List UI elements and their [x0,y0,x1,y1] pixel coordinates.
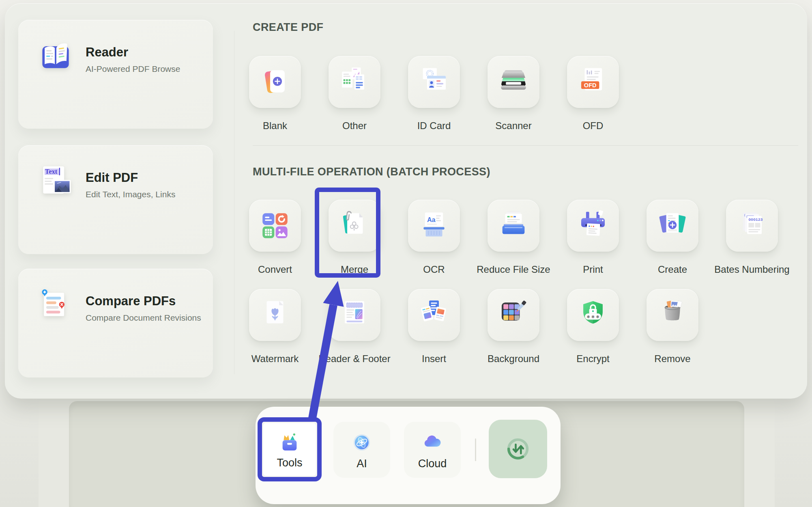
card-title: Edit PDF [86,170,138,185]
svg-text:Text: Text [45,168,58,175]
tile-id-card[interactable]: ID Card [394,56,474,132]
reader-book-icon [37,38,74,75]
dock-item-tools[interactable]: Tools [263,423,316,476]
tile-background[interactable]: Background [474,289,553,365]
tile-label: Header & Footer [318,353,390,365]
tile-label: Background [488,353,539,365]
scanner-icon [497,65,530,99]
reduce-file-size-icon [497,209,530,242]
card-title: Compare PDFs [86,294,176,309]
tile-label: Blank [263,120,287,132]
create-pdf-heading: CREATE PDF [253,21,324,34]
tile-label: ID Card [417,120,451,132]
card-subtitle: Edit Text, Images, Links [86,190,175,199]
encrypt-icon: ✱ ✱ ✱ [576,298,610,332]
ocr-icon: Aa [417,209,451,242]
sidebar-card-edit-pdf[interactable]: Text Edit PDF Edit Text, Images, Links [18,145,213,254]
tile-label: Create [658,264,687,275]
header-footer-icon [338,298,371,332]
tile-ocr[interactable]: Aa OCR [394,200,474,275]
background-icon [497,298,530,332]
create-icon [656,209,689,242]
svg-text:000123: 000123 [748,217,763,222]
tile-blank[interactable]: Blank [235,56,315,132]
tile-label: Print [583,264,603,275]
svg-text:Aa: Aa [427,216,436,223]
tile-label: Watermark [251,353,299,365]
tile-label: Reduce File Size [477,264,550,275]
dock-item-label: Tools [277,457,302,469]
card-subtitle: Compare Document Revisions [86,313,201,323]
sync-arrows-icon [500,431,536,467]
tile-label: Insert [422,353,446,365]
dock-item-ai[interactable]: AI [333,422,390,478]
tools-home-panel: Reader AI-Powered PDF Browse Text [5,3,807,399]
tile-reduce-file-size[interactable]: Reduce File Size [474,200,553,275]
tile-bates-numbering[interactable]: 000123 Bates Numbering [712,200,792,275]
id-card-icon [417,65,451,99]
tile-label: Encrypt [576,353,609,365]
tile-remove[interactable]: Remove [633,289,712,365]
card-subtitle: AI-Powered PDF Browse [86,64,180,74]
sidebar-divider [234,31,234,374]
blank-icon [258,65,292,99]
tile-label: Bates Numbering [714,264,789,275]
tile-encrypt[interactable]: ✱ ✱ ✱ Encrypt [553,289,633,365]
tile-label: Convert [258,264,292,275]
sync-button[interactable] [489,420,547,478]
tile-label: OFD [583,120,604,132]
insert-icon [417,298,451,332]
tile-create[interactable]: Create [633,200,712,275]
tile-label: Remove [654,353,690,365]
tile-watermark[interactable]: Watermark [235,289,315,365]
tile-header-footer[interactable]: Header & Footer [315,289,394,365]
dock-divider [475,438,476,461]
tile-print[interactable]: Print [553,200,633,275]
section-divider [253,145,798,146]
edit-text-icon: Text [37,163,74,201]
svg-text:OFD: OFD [584,82,597,88]
tools-highlight-box: Tools [258,417,322,481]
ofd-icon: OFD [576,65,610,99]
dock-item-label: AI [357,457,367,470]
bates-numbering-icon: 000123 [735,209,769,242]
multi-file-heading: MULTI-FILE OPERATION (BATCH PROCESS) [253,166,490,178]
tile-insert[interactable]: Insert [394,289,474,365]
app-window: Reader AI-Powered PDF Browse Text [0,0,812,507]
card-title: Reader [86,45,128,60]
sidebar-card-reader[interactable]: Reader AI-Powered PDF Browse [18,20,213,129]
convert-icon [258,209,292,242]
tile-ofd[interactable]: OFD OFD [553,56,633,132]
tile-label: Scanner [495,120,531,132]
remove-icon [656,298,689,332]
tile-convert[interactable]: Convert [235,200,315,275]
compare-docs-icon [37,287,74,324]
tile-other[interactable]: Other [315,56,394,132]
svg-text:✱ ✱ ✱: ✱ ✱ ✱ [586,315,599,319]
dock-item-label: Cloud [418,457,447,470]
merge-highlight-box [315,188,380,278]
other-icon [338,65,371,99]
ai-sparkle-icon [349,430,374,455]
tile-label: Other [342,120,367,132]
tools-icon [277,430,303,456]
dock-item-cloud[interactable]: Cloud [404,422,461,478]
tile-label: OCR [423,264,445,275]
tile-scanner[interactable]: Scanner [474,56,553,132]
cloud-icon [420,430,445,455]
print-icon [576,209,610,242]
sidebar-card-compare-pdfs[interactable]: Compare PDFs Compare Document Revisions [18,269,213,378]
watermark-icon [258,298,292,332]
